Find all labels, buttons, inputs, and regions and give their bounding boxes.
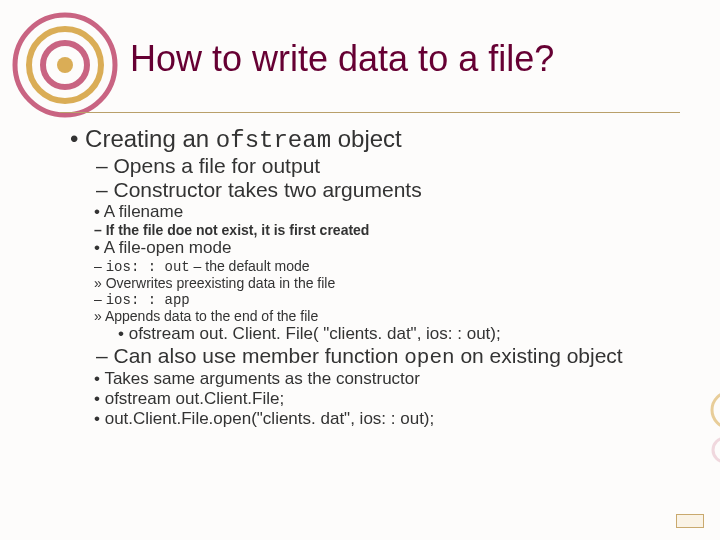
svg-point-4: [712, 392, 720, 428]
bullet-l2: Constructor takes two arguments: [96, 178, 690, 202]
bullet-l3: A file-open mode: [94, 238, 690, 258]
svg-point-6: [713, 438, 720, 462]
svg-point-3: [57, 57, 73, 73]
code-ios-app: ios: : app: [106, 292, 190, 308]
bullet-l4: ios: : out – the default mode: [94, 258, 690, 275]
bullet-l3: Takes same arguments as the constructor: [94, 369, 690, 389]
title-divider: [60, 112, 680, 113]
text: – the default mode: [190, 258, 310, 274]
bullet-l2: Opens a file for output: [96, 154, 690, 178]
slide-title: How to write data to a file?: [130, 38, 554, 80]
decorative-circles-top-left: [10, 10, 120, 120]
text: Creating an: [85, 125, 216, 152]
bullet-l2: Can also use member function open on exi…: [96, 344, 690, 369]
bullet-l4: ios: : app: [94, 291, 690, 308]
text: Can also use member function: [114, 344, 405, 367]
bullet-l5: Overwrites preexisting data in the file: [94, 275, 690, 291]
bullet-l3: A filename: [94, 202, 690, 222]
bullet-l4: If the file doe not exist, it is first c…: [94, 222, 690, 238]
bullet-l1: Creating an ofstream object: [70, 125, 690, 154]
bullet-l5: Appends data to the end of the file: [94, 308, 690, 324]
text: object: [331, 125, 402, 152]
slide-content: Creating an ofstream object Opens a file…: [70, 125, 690, 429]
decorative-circles-right: [690, 390, 720, 480]
bullet-l3: ofstream out. Client. File( "clients. da…: [118, 324, 690, 344]
text: on existing object: [455, 344, 623, 367]
code-open: open: [404, 346, 454, 369]
code-ofstream: ofstream: [216, 127, 331, 154]
bullet-l3: ofstream out.Client.File;: [94, 389, 690, 409]
bullet-l3: out.Client.File.open("clients. dat", ios…: [94, 409, 690, 429]
corner-accent: [676, 514, 704, 528]
code-ios-out: ios: : out: [106, 259, 190, 275]
